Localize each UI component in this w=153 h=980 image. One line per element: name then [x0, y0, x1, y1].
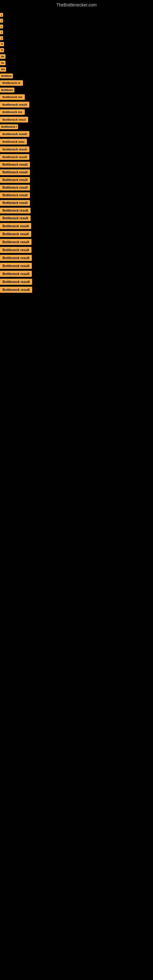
list-item: Bottleneck result: [0, 146, 153, 152]
list-item: |: [0, 24, 153, 29]
bottleneck-result-badge: Bottleneck result: [0, 185, 30, 191]
bottleneck-result-badge: |: [0, 24, 3, 29]
site-title: TheBottlenecker.com: [0, 0, 153, 10]
bottleneck-result-badge: B: [0, 42, 4, 46]
bottleneck-result-badge: Bot: [0, 67, 6, 72]
list-item: Bottlene: [0, 73, 153, 78]
bottleneck-result-badge: Bo: [0, 54, 5, 59]
list-item: Bottleneck result: [0, 169, 153, 175]
results-container: |||||BBBoBoBotBottleneBottleneck reBottl…: [0, 10, 153, 298]
list-item: |: [0, 13, 153, 17]
bottleneck-result-badge: Bo: [0, 60, 5, 65]
list-item: B: [0, 42, 153, 46]
list-item: Bottleneck result: [0, 271, 153, 277]
bottleneck-result-badge: Bottleneck result: [0, 239, 32, 245]
bottleneck-result-badge: Bottlenec: [0, 88, 14, 92]
list-item: Bottleneck result: [0, 177, 153, 183]
list-item: Bottleneck result: [0, 263, 153, 269]
list-item: |: [0, 36, 153, 40]
bottleneck-result-badge: Bottleneck res: [0, 109, 25, 115]
list-item: Bo: [0, 60, 153, 65]
list-item: Bottleneck result: [0, 192, 153, 198]
bottleneck-result-badge: Bottleneck result: [0, 271, 32, 277]
list-item: Bottleneck result: [0, 208, 153, 213]
bottleneck-result-badge: Bottleneck result: [0, 263, 32, 269]
bottleneck-result-badge: Bottleneck result: [0, 279, 32, 285]
list-item: Bottlenec: [0, 88, 153, 92]
bottleneck-result-badge: Bottleneck result: [0, 208, 30, 213]
bottleneck-result-badge: |: [0, 30, 3, 34]
list-item: B: [0, 48, 153, 52]
list-item: Bottleneck result: [0, 223, 153, 229]
bottleneck-result-badge: Bottleneck r: [0, 124, 18, 129]
bottleneck-result-badge: Bottleneck result: [0, 200, 30, 206]
bottleneck-result-badge: Bottleneck result: [0, 286, 32, 293]
bottleneck-result-badge: Bottlene: [0, 73, 13, 78]
list-item: Bottleneck result: [0, 162, 153, 167]
bottleneck-result-badge: Bottleneck result: [0, 154, 29, 160]
bottleneck-result-badge: Bottleneck result: [0, 247, 32, 253]
list-item: Bottleneck result: [0, 255, 153, 261]
bottleneck-result-badge: Bottleneck result: [0, 169, 30, 175]
bottleneck-result-badge: Bottleneck result: [0, 215, 30, 221]
list-item: Bottleneck result: [0, 200, 153, 206]
list-item: Bottleneck result: [0, 286, 153, 293]
list-item: Bottleneck result: [0, 247, 153, 253]
bottleneck-result-badge: |: [0, 19, 3, 23]
bottleneck-result-badge: Bottleneck result: [0, 177, 30, 183]
list-item: Bottleneck re: [0, 80, 153, 86]
list-item: Bo: [0, 54, 153, 59]
bottleneck-result-badge: |: [0, 36, 3, 40]
bottleneck-result-badge: Bottleneck resu: [0, 139, 27, 145]
list-item: Bottleneck resul: [0, 117, 153, 123]
list-item: Bottleneck res: [0, 109, 153, 115]
list-item: Bottleneck r: [0, 124, 153, 129]
list-item: Bottleneck result: [0, 154, 153, 160]
bottleneck-result-badge: B: [0, 48, 4, 52]
list-item: Bottleneck result: [0, 239, 153, 245]
bottleneck-result-badge: Bottleneck result: [0, 223, 31, 229]
list-item: Bottleneck res: [0, 94, 153, 100]
list-item: |: [0, 19, 153, 23]
bottleneck-result-badge: Bottleneck result: [0, 146, 29, 152]
list-item: Bottleneck result: [0, 215, 153, 221]
bottleneck-result-badge: Bottleneck result: [0, 131, 29, 137]
list-item: Bot: [0, 67, 153, 72]
bottleneck-result-badge: |: [0, 13, 3, 17]
bottleneck-result-badge: Bottleneck resul: [0, 117, 28, 123]
list-item: |: [0, 30, 153, 34]
list-item: Bottleneck resu: [0, 139, 153, 145]
bottleneck-result-badge: Bottleneck re: [0, 80, 23, 86]
bottleneck-result-badge: Bottleneck result: [0, 102, 29, 108]
list-item: Bottleneck result: [0, 131, 153, 137]
bottleneck-result-badge: Bottleneck result: [0, 255, 32, 261]
list-item: Bottleneck result: [0, 185, 153, 191]
bottleneck-result-badge: Bottleneck result: [0, 231, 31, 237]
list-item: Bottleneck result: [0, 102, 153, 108]
list-item: Bottleneck result: [0, 231, 153, 237]
bottleneck-result-badge: Bottleneck result: [0, 162, 30, 167]
bottleneck-result-badge: Bottleneck res: [0, 94, 25, 100]
list-item: Bottleneck result: [0, 279, 153, 285]
bottleneck-result-badge: Bottleneck result: [0, 192, 30, 198]
